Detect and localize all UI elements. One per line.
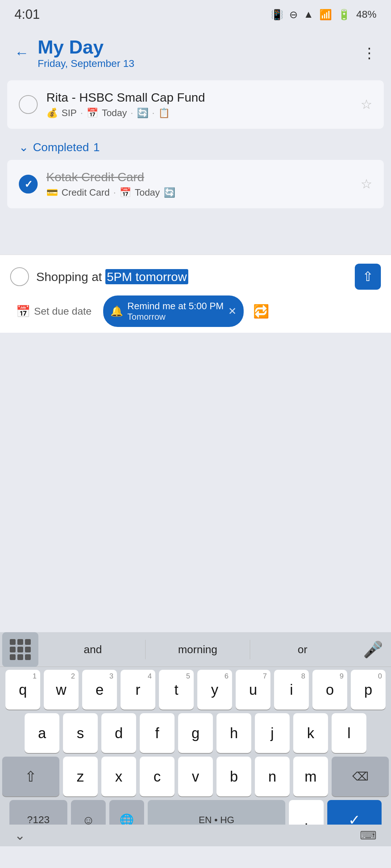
completed-task-meta-date: Today [135,187,160,198]
key-u[interactable]: 7u [236,670,270,710]
key-j[interactable]: j [255,713,290,753]
task-meta-date: Today [102,107,127,119]
repeat-icon: 🔁 [253,304,269,319]
key-k[interactable]: k [293,713,328,753]
battery-percent: 48% [356,9,377,20]
reminder-text-block: Remind me at 5:00 PM Tomorrow [127,301,224,322]
task-meta-category: SIP [62,107,77,119]
key-z[interactable]: z [63,757,98,796]
header-left: ← My Day Friday, September 13 [14,36,134,69]
more-options-button[interactable]: ⋮ [362,44,377,61]
signal-icon: 📶 [319,9,332,21]
key-g[interactable]: g [178,713,213,753]
bell-icon: 🔔 [110,305,123,317]
key-d[interactable]: d [101,713,136,753]
key-r[interactable]: 4r [121,670,155,710]
completed-count: 1 [93,141,100,154]
key-rows: 1q 2w 3e 4r 5t 6y 7u 8i 9o 0p a s d f g … [0,667,391,846]
new-task-row: Shopping at 5PM tomorrow ⇧ [10,264,381,290]
completed-label: Completed [33,141,89,154]
key-y[interactable]: 6y [197,670,232,710]
suggestions-bar: and morning or 🎤 [0,632,391,667]
send-button[interactable]: ⇧ [355,264,381,290]
key-l[interactable]: l [332,713,366,753]
key-f[interactable]: f [140,713,175,753]
shift-key[interactable]: ⇧ [2,757,59,796]
reminder-close-button[interactable]: ✕ [228,305,236,317]
battery-icon: 🔋 [338,9,350,21]
completed-section[interactable]: ⌄ Completed 1 [7,135,384,160]
completed-task-card[interactable]: Kotak Credit Card 💳 Credit Card · 📅 Toda… [7,160,384,208]
calendar-icon: 📅 [16,305,30,318]
status-time: 4:01 [14,7,40,22]
completed-task-info: Kotak Credit Card 💳 Credit Card · 📅 Toda… [46,170,175,198]
wifi-icon: ▲ [303,9,314,20]
reminder-line2: Tomorrow [127,312,224,322]
key-o[interactable]: 9o [312,670,347,710]
key-row-1: 1q 2w 3e 4r 5t 6y 7u 8i 9o 0p [2,670,389,710]
key-s[interactable]: s [63,713,98,753]
completed-task-checkbox[interactable] [19,175,38,193]
mic-button[interactable]: 🎤 [355,632,391,667]
key-x[interactable]: x [101,757,136,796]
grid-icon [10,639,31,660]
completed-task-meta-icon: 💳 [46,187,58,198]
suggestions: and morning or [41,640,355,659]
task-star-button[interactable]: ☆ [361,97,372,112]
key-b[interactable]: b [216,757,251,796]
key-i[interactable]: 8i [274,670,309,710]
task-checkbox[interactable] [19,95,38,114]
grid-button[interactable] [2,632,38,667]
task-meta-sep: · [80,107,83,119]
completed-task-meta-cal-icon: 📅 [119,187,131,198]
task-card[interactable]: Rita - HSBC Small Cap Fund 💰 SIP · 📅 Tod… [7,80,384,129]
key-v[interactable]: v [178,757,213,796]
key-n[interactable]: n [255,757,290,796]
reminder-chip[interactable]: 🔔 Remind me at 5:00 PM Tomorrow ✕ [103,295,244,327]
page-subtitle: Friday, September 13 [38,58,134,69]
new-task-circle [10,267,29,286]
key-t[interactable]: 5t [159,670,194,710]
keyboard-hide-button[interactable]: ⌄ [14,828,25,843]
keyboard-options-button[interactable]: ⌨ [360,829,377,842]
key-p[interactable]: 0p [351,670,386,710]
delete-key[interactable]: ⌫ [332,757,389,796]
completed-task-meta: 💳 Credit Card · 📅 Today 🔄 [46,187,175,198]
new-task-area: Shopping at 5PM tomorrow ⇧ 📅 Set due dat… [0,255,391,333]
bottom-bar: ⌄ ⌨ [0,825,391,846]
completed-chevron-icon: ⌄ [19,140,29,154]
task-actions-row: 📅 Set due date 🔔 Remind me at 5:00 PM To… [10,295,381,327]
task-meta-icon: 💰 [46,107,58,119]
key-h[interactable]: h [216,713,251,753]
dnd-icon: ⊖ [289,9,298,21]
completed-task-meta-sep: · [113,187,116,198]
key-e[interactable]: 3e [82,670,117,710]
vibrate-icon: 📳 [271,9,283,21]
key-c[interactable]: c [140,757,175,796]
completed-task-title: Kotak Credit Card [46,170,175,184]
header-title-block: My Day Friday, September 13 [38,36,134,69]
due-date-button[interactable]: 📅 Set due date [10,301,97,322]
key-m[interactable]: m [293,757,328,796]
task-title: Rita - HSBC Small Cap Fund [46,90,205,105]
completed-task-left: Kotak Credit Card 💳 Credit Card · 📅 Toda… [19,170,361,198]
back-button[interactable]: ← [14,45,29,61]
completed-task-meta-repeat-icon: 🔄 [164,187,175,198]
key-q[interactable]: 1q [5,670,40,710]
repeat-button[interactable]: 🔁 [249,300,273,323]
suggestion-and[interactable]: and [41,640,146,659]
suggestion-morning[interactable]: morning [146,640,251,659]
key-w[interactable]: 2w [44,670,79,710]
mic-icon: 🎤 [363,640,383,659]
new-task-text-highlight: 5PM tomorrow [105,269,188,284]
suggestion-or[interactable]: or [250,640,355,659]
send-icon: ⇧ [362,269,373,284]
keyboard-area: and morning or 🎤 1q 2w 3e 4r 5t 6y 7u 8i… [0,632,391,846]
key-row-3: ⇧ z x c v b n m ⌫ [2,757,389,796]
task-meta-note-icon: 📋 [158,107,170,119]
key-a[interactable]: a [25,713,59,753]
header: ← My Day Friday, September 13 ⋮ [0,29,391,77]
due-date-label: Set due date [34,306,92,317]
new-task-input[interactable]: Shopping at 5PM tomorrow [36,270,348,284]
completed-task-star-button[interactable]: ☆ [361,176,372,192]
